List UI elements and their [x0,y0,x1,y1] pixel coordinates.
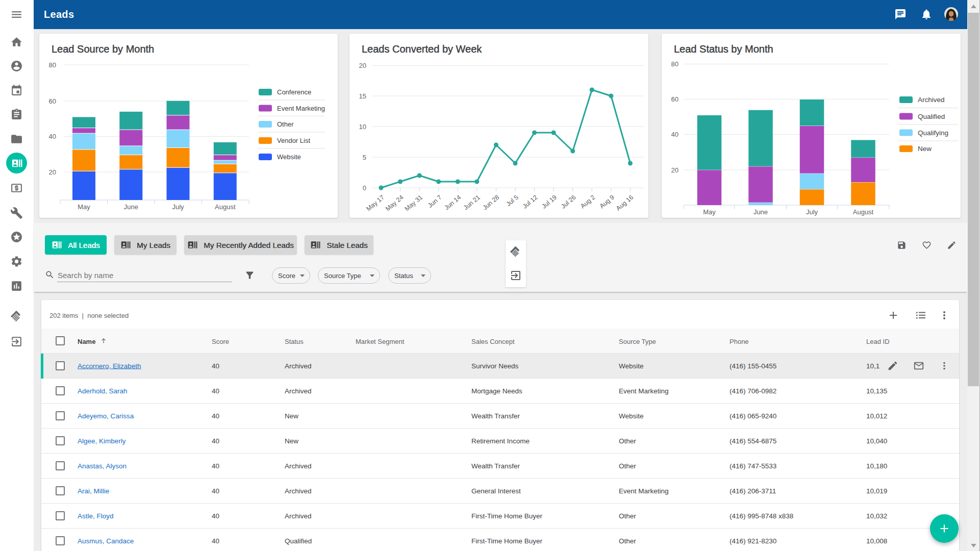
svg-text:May 24: May 24 [384,194,405,213]
svg-text:Qualifying: Qualifying [918,129,948,137]
svg-text:0: 0 [363,184,366,192]
svg-text:20: 20 [359,62,366,69]
svg-text:Lead Status by Month: Lead Status by Month [674,43,773,55]
svg-text:60: 60 [671,95,679,103]
svg-text:Website: Website [277,153,301,161]
svg-text:40: 40 [671,131,679,138]
svg-text:New: New [918,145,932,153]
svg-text:August: August [215,203,236,211]
svg-text:60: 60 [49,97,56,105]
svg-text:Qualified: Qualified [918,113,945,120]
svg-text:May: May [78,203,90,211]
svg-text:August: August [853,208,874,216]
svg-text:80: 80 [49,61,56,69]
svg-text:80: 80 [671,60,679,68]
svg-text:Jun 14: Jun 14 [443,194,462,212]
svg-text:20: 20 [671,166,679,174]
svg-text:Event Marketing: Event Marketing [277,105,325,112]
svg-text:15: 15 [359,92,366,100]
svg-text:Jun 28: Jun 28 [482,194,501,212]
svg-text:May 31: May 31 [404,194,424,213]
svg-text:Aug 16: Aug 16 [615,194,635,212]
svg-text:Aug 9: Aug 9 [598,194,616,210]
svg-text:40: 40 [49,133,56,140]
svg-text:May: May [703,208,716,216]
svg-text:Jul 19: Jul 19 [541,194,559,210]
svg-text:Conference: Conference [277,88,311,96]
svg-text:Vendor List: Vendor List [277,137,310,144]
svg-text:Jul 5: Jul 5 [505,194,520,208]
svg-text:Lead Source by Month: Lead Source by Month [52,43,154,55]
svg-text:Other: Other [277,120,294,128]
svg-text:Jun 7: Jun 7 [426,194,443,209]
svg-text:20: 20 [49,168,56,176]
svg-text:Archived: Archived [918,96,945,104]
svg-text:June: June [124,203,138,211]
svg-text:May 17: May 17 [365,194,386,213]
svg-text:Jul 12: Jul 12 [521,194,539,210]
svg-text:Aug 2: Aug 2 [579,194,596,210]
svg-text:Jun 21: Jun 21 [462,194,482,212]
svg-text:10: 10 [359,123,366,131]
svg-text:June: June [753,208,768,216]
svg-text:5: 5 [363,154,366,161]
svg-text:Jul 26: Jul 26 [560,194,577,210]
svg-text:July: July [172,203,184,211]
svg-text:July: July [806,208,818,216]
svg-text:Leads Converted by Week: Leads Converted by Week [362,43,482,55]
